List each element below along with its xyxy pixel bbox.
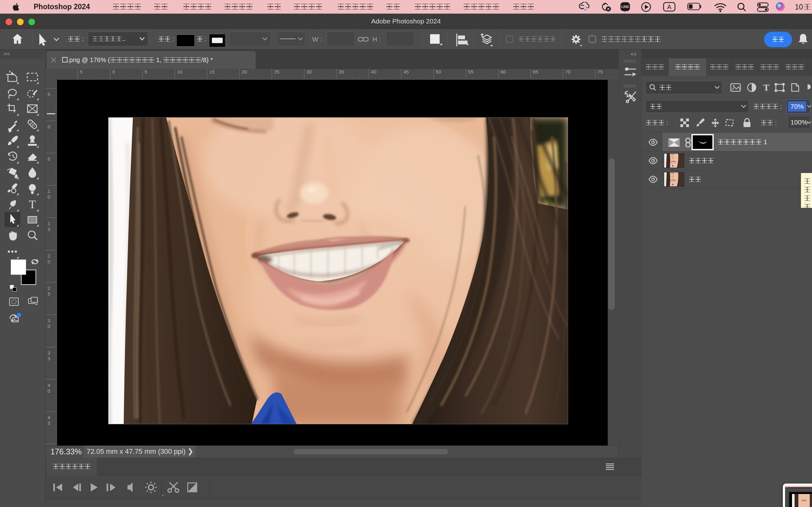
svg-text:30: 30 bbox=[306, 69, 312, 74]
svg-text:A: A bbox=[667, 3, 671, 10]
svg-text:0: 0 bbox=[48, 388, 50, 394]
svg-text:5: 5 bbox=[48, 227, 50, 232]
svg-text:55: 55 bbox=[468, 69, 473, 74]
svg-text:65: 65 bbox=[533, 69, 538, 74]
svg-text:5: 5 bbox=[80, 69, 83, 74]
svg-text:45: 45 bbox=[403, 69, 409, 74]
svg-text:5: 5 bbox=[48, 420, 50, 426]
svg-text:3: 3 bbox=[48, 350, 50, 355]
svg-text:20: 20 bbox=[242, 69, 247, 74]
svg-text:0: 0 bbox=[112, 69, 115, 74]
svg-text:5: 5 bbox=[145, 69, 147, 74]
svg-text:1: 1 bbox=[48, 188, 50, 194]
svg-text:60: 60 bbox=[501, 69, 506, 74]
svg-text:1: 1 bbox=[48, 221, 50, 226]
svg-text:0: 0 bbox=[48, 324, 50, 329]
svg-text:T: T bbox=[763, 82, 769, 93]
svg-text:75: 75 bbox=[598, 69, 603, 74]
svg-text:0: 0 bbox=[48, 124, 50, 129]
svg-text:10: 10 bbox=[795, 3, 803, 11]
svg-text:2: 2 bbox=[48, 253, 50, 259]
svg-text:0: 0 bbox=[48, 194, 50, 200]
svg-text:2: 2 bbox=[48, 285, 50, 291]
svg-text:0: 0 bbox=[48, 259, 50, 264]
svg-text:50: 50 bbox=[436, 69, 441, 74]
svg-text:10: 10 bbox=[177, 69, 183, 74]
svg-text:5: 5 bbox=[48, 356, 50, 361]
svg-text:35: 35 bbox=[339, 69, 344, 74]
svg-text:T: T bbox=[29, 198, 36, 211]
svg-text:5: 5 bbox=[48, 156, 50, 162]
svg-text:4: 4 bbox=[48, 415, 50, 420]
svg-text:5: 5 bbox=[48, 291, 50, 297]
svg-text:40: 40 bbox=[371, 69, 376, 74]
svg-text:70: 70 bbox=[565, 69, 571, 74]
svg-text:4: 4 bbox=[48, 383, 50, 388]
svg-text:5: 5 bbox=[48, 92, 50, 97]
svg-text:25: 25 bbox=[274, 69, 280, 74]
svg-text:LINE: LINE bbox=[621, 5, 629, 9]
svg-text:3: 3 bbox=[48, 318, 50, 323]
svg-text:15: 15 bbox=[209, 69, 215, 74]
